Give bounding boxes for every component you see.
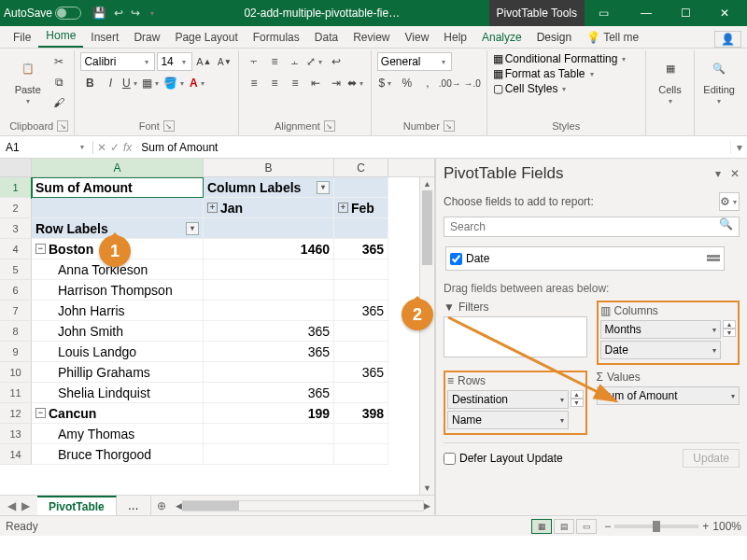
view-page-layout-button[interactable]: ▤ bbox=[554, 519, 574, 534]
row-header[interactable]: 13 bbox=[0, 424, 32, 444]
pane-dropdown-icon[interactable]: ▾ bbox=[715, 167, 721, 180]
row-header[interactable]: 9 bbox=[0, 342, 32, 362]
tab-page-layout[interactable]: Page Layout bbox=[167, 27, 245, 48]
cell-c2[interactable]: +Feb bbox=[334, 198, 388, 218]
merge-icon[interactable]: ⬌▾ bbox=[347, 74, 366, 92]
cell-b1[interactable]: Column Labels▾ bbox=[204, 177, 334, 198]
columns-scroll[interactable]: ▲▼ bbox=[723, 320, 736, 361]
undo-icon[interactable]: ↩ bbox=[114, 7, 123, 20]
sheet-next-icon[interactable]: ▶ bbox=[21, 499, 30, 512]
fields-search-input[interactable] bbox=[444, 217, 713, 236]
editing-button[interactable]: 🔍Editing▾ bbox=[700, 52, 738, 105]
area-columns[interactable]: ▥Columns Months▾ Date▾ ▲▼ bbox=[597, 301, 740, 365]
expand-icon[interactable]: + bbox=[338, 203, 348, 213]
fill-color-button[interactable]: 🪣▾ bbox=[163, 74, 187, 92]
cell-b2[interactable]: +Jan bbox=[204, 198, 334, 218]
cell-styles-button[interactable]: ▢ Cell Styles▾ bbox=[493, 82, 570, 95]
row-header[interactable]: 4 bbox=[0, 239, 32, 259]
tab-analyze[interactable]: Analyze bbox=[474, 27, 529, 48]
conditional-formatting-button[interactable]: ▦ Conditional Formatting▾ bbox=[493, 52, 629, 65]
cells-button[interactable]: ▦Cells▾ bbox=[652, 52, 689, 105]
zoom-in-icon[interactable]: + bbox=[702, 520, 709, 533]
area-filters[interactable]: ▼Filters bbox=[444, 301, 587, 365]
save-icon[interactable]: 💾 bbox=[92, 7, 106, 20]
cell-a14[interactable]: Bruce Thorgood bbox=[32, 444, 204, 465]
redo-icon[interactable]: ↪ bbox=[131, 7, 140, 20]
align-right-icon[interactable]: ≡ bbox=[286, 74, 304, 92]
cell-a7[interactable]: John Harris bbox=[32, 301, 204, 321]
share-button[interactable]: 👤 bbox=[714, 31, 741, 48]
new-sheet-button[interactable]: ⊕ bbox=[151, 499, 172, 512]
tellme[interactable]: 💡 Tell me bbox=[579, 27, 646, 48]
format-painter-button[interactable]: 🖌 bbox=[49, 93, 68, 112]
underline-button[interactable]: U▾ bbox=[121, 74, 140, 92]
collapse-icon[interactable]: − bbox=[35, 244, 46, 254]
comma-icon[interactable]: , bbox=[418, 74, 437, 92]
percent-icon[interactable]: % bbox=[398, 74, 416, 92]
cell-c4[interactable]: 365 bbox=[334, 239, 388, 259]
column-item-months[interactable]: Months▾ bbox=[600, 320, 722, 339]
cell-a2[interactable] bbox=[32, 198, 204, 218]
decrease-font-icon[interactable]: A▼ bbox=[215, 52, 233, 71]
bold-button[interactable]: B bbox=[80, 74, 99, 92]
tab-formulas[interactable]: Formulas bbox=[246, 27, 307, 48]
fx-icon[interactable]: fx bbox=[123, 141, 132, 154]
area-rows[interactable]: ≡Rows Destination▾ Name▾ ▲▼ bbox=[444, 371, 587, 435]
increase-font-icon[interactable]: A▲ bbox=[194, 52, 213, 71]
view-normal-button[interactable]: ▦ bbox=[531, 519, 552, 534]
col-header-c[interactable]: C bbox=[334, 159, 388, 176]
row-item-destination[interactable]: Destination▾ bbox=[447, 390, 569, 409]
row-header[interactable]: 8 bbox=[0, 321, 32, 342]
number-launcher[interactable]: ↘ bbox=[444, 120, 455, 132]
close-button[interactable]: ✕ bbox=[706, 0, 743, 26]
row-filter-button[interactable]: ▾ bbox=[186, 222, 199, 235]
fields-search[interactable]: 🔍 bbox=[444, 217, 740, 237]
borders-button[interactable]: ▦▾ bbox=[142, 74, 162, 92]
column-item-date[interactable]: Date▾ bbox=[600, 341, 722, 359]
tab-draw[interactable]: Draw bbox=[126, 27, 167, 48]
value-item-sum[interactable]: Sum of Amount▾ bbox=[597, 386, 740, 405]
decrease-indent-icon[interactable]: ⇤ bbox=[306, 74, 325, 92]
name-box[interactable]: A1▾ bbox=[0, 141, 93, 154]
fields-settings-button[interactable]: ⚙▾ bbox=[719, 192, 740, 211]
align-left-icon[interactable]: ≡ bbox=[245, 74, 263, 92]
number-format-combo[interactable]: General▾ bbox=[377, 52, 452, 71]
maximize-button[interactable]: ☐ bbox=[667, 0, 704, 26]
row-header[interactable]: 5 bbox=[0, 259, 32, 280]
font-launcher[interactable]: ↘ bbox=[163, 120, 175, 132]
zoom-control[interactable]: − + 100% bbox=[604, 520, 741, 533]
font-color-button[interactable]: A▾ bbox=[189, 74, 207, 92]
zoom-out-icon[interactable]: − bbox=[604, 520, 611, 533]
cell-a8[interactable]: John Smith bbox=[32, 321, 204, 342]
row-header[interactable]: 2 bbox=[0, 198, 32, 218]
zoom-level[interactable]: 100% bbox=[712, 520, 741, 533]
update-button[interactable]: Update bbox=[683, 449, 740, 468]
sheet-tab-pivottable[interactable]: PivotTable bbox=[37, 496, 117, 516]
tab-data[interactable]: Data bbox=[307, 27, 345, 48]
expand-icon[interactable]: + bbox=[207, 203, 218, 213]
row-header[interactable]: 10 bbox=[0, 362, 32, 383]
formula-input[interactable]: Sum of Amount bbox=[135, 141, 730, 154]
area-values[interactable]: ΣValues Sum of Amount▾ bbox=[597, 371, 740, 435]
tab-design[interactable]: Design bbox=[529, 27, 579, 48]
col-header-a[interactable]: A bbox=[32, 159, 204, 176]
font-name-combo[interactable]: Calibri▾ bbox=[80, 52, 155, 71]
italic-button[interactable]: I bbox=[101, 74, 120, 92]
cell-b3[interactable] bbox=[204, 218, 334, 239]
select-all-corner[interactable] bbox=[0, 159, 32, 176]
tab-file[interactable]: File bbox=[6, 27, 38, 48]
format-as-table-button[interactable]: ▦ Format as Table▾ bbox=[493, 67, 597, 80]
tab-insert[interactable]: Insert bbox=[83, 27, 126, 48]
align-top-icon[interactable]: ⫟ bbox=[245, 52, 263, 71]
currency-icon[interactable]: $▾ bbox=[377, 74, 396, 92]
cell-a12[interactable]: −Cancun bbox=[32, 403, 204, 424]
view-page-break-button[interactable]: ▭ bbox=[576, 519, 597, 534]
cancel-formula-icon[interactable]: ✕ bbox=[97, 141, 106, 154]
cell-a11[interactable]: Shelia Lindquist bbox=[32, 383, 204, 403]
defer-layout-checkbox[interactable]: Defer Layout Update bbox=[444, 452, 563, 465]
clipboard-launcher[interactable]: ↘ bbox=[57, 120, 68, 132]
sheet-tab-more[interactable]: … bbox=[117, 496, 151, 516]
minimize-button[interactable]: — bbox=[627, 0, 665, 26]
ribbon-options-icon[interactable]: ▭ bbox=[585, 0, 622, 26]
spreadsheet-grid[interactable]: A B C 1 2 3 4 5 6 7 8 9 10 11 12 13 14 bbox=[0, 159, 435, 515]
